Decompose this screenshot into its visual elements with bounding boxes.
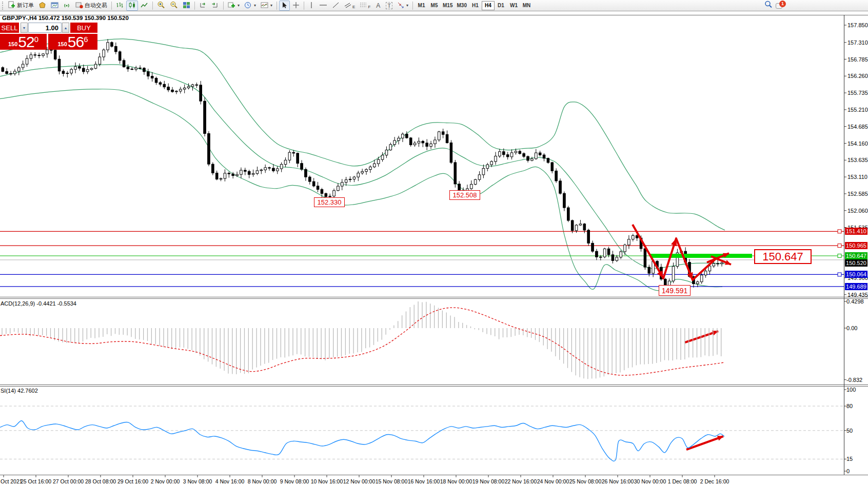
- candle: [510, 153, 513, 157]
- crosshair-button[interactable]: [290, 1, 302, 11]
- trend-arrow: [686, 436, 723, 450]
- candle: [620, 252, 622, 257]
- rsi-axis-label: 0: [846, 468, 850, 474]
- zoom-in-button[interactable]: [155, 1, 167, 11]
- time-axis-label: Oct 2021: [1, 478, 23, 484]
- candle: [454, 163, 457, 184]
- buy-button[interactable]: BUY: [70, 23, 97, 33]
- price-annotation-box[interactable]: 149.591: [659, 285, 691, 296]
- candle: [700, 275, 703, 282]
- timeframe-button-h1[interactable]: H1: [469, 1, 482, 10]
- candle: [636, 236, 638, 238]
- market-watch-button[interactable]: [36, 1, 48, 11]
- buy-quote[interactable]: 150 56 6: [48, 34, 97, 50]
- line-chart-button[interactable]: [139, 1, 150, 11]
- toolbar-separator: [277, 2, 277, 10]
- bar-chart-button[interactable]: [114, 1, 126, 11]
- timeframe-button-m5[interactable]: M5: [428, 1, 441, 10]
- autotrading-button[interactable]: 自动交易: [73, 1, 109, 11]
- candle: [717, 264, 719, 264]
- volume-up-button[interactable]: ▲: [62, 23, 69, 33]
- time-axis-label: 30 Nov 00:00: [634, 478, 666, 484]
- auto-scroll-button[interactable]: [197, 1, 209, 11]
- volume-down-button[interactable]: ▼: [21, 23, 28, 33]
- chart-area[interactable]: GBPJPY-,H4 150.472 150.539 150.390 150.5…: [0, 11, 868, 486]
- toolbar-separator: [304, 2, 304, 10]
- candle: [180, 89, 182, 91]
- new-order-button[interactable]: 新订单: [6, 1, 36, 11]
- candle: [42, 54, 45, 55]
- candle: [297, 153, 299, 164]
- candle: [98, 57, 101, 64]
- price-axis-line: [844, 15, 844, 475]
- signal-icon: [63, 2, 71, 10]
- zoom-out-button[interactable]: [168, 1, 180, 11]
- price-annotation-box[interactable]: 152.508: [449, 190, 480, 200]
- candle: [571, 220, 574, 231]
- text-label-button[interactable]: T: [384, 1, 394, 11]
- templates-button[interactable]: ▾: [259, 1, 274, 11]
- timeframe-button-m15[interactable]: M15: [441, 1, 455, 10]
- chart-window-button[interactable]: [49, 1, 61, 11]
- time-axis-label: 12 Nov 00:00: [343, 478, 375, 484]
- bar-chart-icon: [116, 2, 124, 10]
- fibonacci-button[interactable]: F: [358, 1, 372, 11]
- time-axis-label: 1 Dec 08:00: [668, 478, 697, 484]
- candle: [506, 155, 509, 157]
- candle: [486, 165, 489, 168]
- candle: [305, 169, 307, 177]
- autotrading-icon: [75, 2, 83, 10]
- level-marker: [838, 254, 841, 258]
- chart-canvas: [0, 11, 868, 486]
- indicators-button[interactable]: ▾: [226, 1, 242, 11]
- candle: [103, 50, 105, 57]
- text-button[interactable]: A: [373, 1, 383, 11]
- arrows-button[interactable]: ▾: [395, 1, 410, 11]
- timeframe-button-d1[interactable]: D1: [495, 1, 507, 10]
- text-label-icon: T: [386, 2, 392, 9]
- search-icon[interactable]: [764, 1, 773, 10]
- time-axis-label: 4 Nov 16:00: [215, 478, 245, 484]
- rsi-axis-label: 80: [846, 403, 853, 409]
- candle: [611, 255, 614, 260]
- chart-shift-button[interactable]: [209, 1, 221, 11]
- price-annotation-box[interactable]: 152.330: [314, 197, 345, 207]
- price-tag: 149.689: [845, 283, 867, 290]
- timeframe-button-m30[interactable]: M30: [455, 1, 468, 10]
- price-annotation-box-large[interactable]: 150.647: [754, 249, 812, 264]
- sell-button[interactable]: SELL: [0, 23, 19, 33]
- price-tag: 150.520: [845, 259, 867, 267]
- signal-button[interactable]: [61, 1, 73, 11]
- candle: [672, 267, 675, 281]
- notification-icon[interactable]: 1: [776, 2, 785, 10]
- candle: [6, 71, 8, 73]
- candlestick-button[interactable]: [126, 1, 138, 11]
- candle: [143, 68, 146, 72]
- sell-quote[interactable]: 150 52 0: [0, 34, 47, 50]
- timeframe-button-m1[interactable]: M1: [415, 1, 428, 10]
- vertical-line-button[interactable]: [306, 1, 317, 11]
- candle: [248, 171, 250, 174]
- candle: [385, 150, 388, 155]
- buy-price-sup: 6: [84, 35, 88, 44]
- volume-input[interactable]: [28, 23, 62, 33]
- cursor-button[interactable]: [279, 1, 290, 11]
- periods-button[interactable]: ▾: [242, 1, 258, 11]
- candle: [591, 243, 594, 251]
- candle: [365, 170, 368, 172]
- candle: [361, 171, 364, 173]
- tile-windows-button[interactable]: [181, 1, 192, 11]
- panel-border: [0, 298, 868, 299]
- candle: [107, 43, 109, 50]
- trendline-button[interactable]: [330, 1, 342, 11]
- candle: [135, 68, 137, 69]
- timeframe-button-w1[interactable]: W1: [507, 1, 520, 10]
- crosshair-icon: [292, 2, 300, 10]
- candle: [616, 257, 618, 261]
- arrows-icon: [397, 2, 404, 10]
- timeframe-button-h4[interactable]: H4: [482, 1, 495, 10]
- candle: [333, 191, 336, 196]
- timeframe-button-mn[interactable]: MN: [520, 1, 533, 10]
- horizontal-line-button[interactable]: [317, 1, 329, 11]
- channel-button[interactable]: E: [342, 1, 357, 11]
